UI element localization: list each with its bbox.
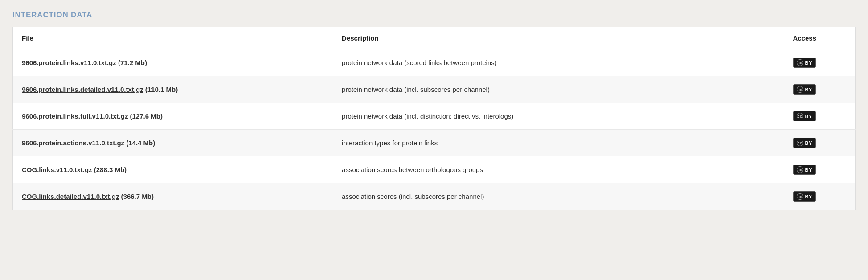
file-cell: 9606.protein.links.v11.0.txt.gz (71.2 Mb…	[13, 49, 333, 76]
cc-by-text: BY	[805, 140, 812, 146]
file-cell: COG.links.v11.0.txt.gz (288.3 Mb)	[13, 156, 333, 183]
table-header-row: File Description Access	[13, 27, 856, 49]
file-download-link[interactable]: 9606.protein.links.v11.0.txt.gz	[22, 59, 116, 66]
access-cell: ccBY	[784, 183, 856, 210]
table-row: COG.links.v11.0.txt.gz (288.3 Mb)associa…	[13, 156, 856, 183]
file-cell: 9606.protein.links.full.v11.0.txt.gz (12…	[13, 103, 333, 130]
cc-license-badge[interactable]: ccBY	[793, 58, 816, 68]
cc-icon: cc	[797, 166, 803, 173]
cc-license-badge[interactable]: ccBY	[793, 138, 816, 148]
column-header-description: Description	[333, 27, 784, 49]
description-cell: interaction types for protein links	[333, 130, 784, 156]
cc-by-text: BY	[805, 194, 812, 199]
cc-license-badge[interactable]: ccBY	[793, 111, 816, 121]
cc-by-text: BY	[805, 87, 812, 92]
section-container: INTERACTION DATA File Description Access…	[12, 11, 856, 210]
file-size: (288.3 Mb)	[92, 166, 127, 173]
cc-icon: cc	[797, 140, 803, 146]
cc-by-text: BY	[805, 167, 812, 173]
file-download-link[interactable]: 9606.protein.actions.v11.0.txt.gz	[22, 139, 124, 147]
cc-by-text: BY	[805, 60, 812, 66]
cc-by-text: BY	[805, 114, 812, 119]
description-cell: protein network data (scored links betwe…	[333, 49, 784, 76]
table-row: 9606.protein.actions.v11.0.txt.gz (14.4 …	[13, 130, 856, 156]
file-size: (110.1 Mb)	[143, 86, 178, 93]
access-cell: ccBY	[784, 76, 856, 103]
table-row: COG.links.detailed.v11.0.txt.gz (366.7 M…	[13, 183, 856, 210]
file-cell: 9606.protein.actions.v11.0.txt.gz (14.4 …	[13, 130, 333, 156]
file-size: (71.2 Mb)	[116, 59, 147, 66]
cc-license-badge[interactable]: ccBY	[793, 165, 816, 175]
file-size: (14.4 Mb)	[124, 139, 155, 147]
file-cell: 9606.protein.links.detailed.v11.0.txt.gz…	[13, 76, 333, 103]
section-title: INTERACTION DATA	[12, 11, 856, 20]
cc-license-badge[interactable]: ccBY	[793, 84, 816, 95]
description-cell: association scores between orthologous g…	[333, 156, 784, 183]
description-cell: protein network data (incl. subscores pe…	[333, 76, 784, 103]
cc-icon: cc	[797, 59, 803, 66]
interaction-data-table: File Description Access 9606.protein.lin…	[12, 27, 856, 210]
column-header-access: Access	[784, 27, 856, 49]
cc-icon: cc	[797, 86, 803, 93]
cc-icon: cc	[797, 193, 803, 200]
file-size: (127.6 Mb)	[128, 112, 163, 120]
access-cell: ccBY	[784, 49, 856, 76]
file-download-link[interactable]: 9606.protein.links.detailed.v11.0.txt.gz	[22, 86, 143, 93]
cc-license-badge[interactable]: ccBY	[793, 191, 816, 202]
table-row: 9606.protein.links.full.v11.0.txt.gz (12…	[13, 103, 856, 130]
table-row: 9606.protein.links.detailed.v11.0.txt.gz…	[13, 76, 856, 103]
access-cell: ccBY	[784, 156, 856, 183]
file-download-link[interactable]: 9606.protein.links.full.v11.0.txt.gz	[22, 112, 128, 120]
cc-icon: cc	[797, 113, 803, 119]
description-cell: protein network data (incl. distinction:…	[333, 103, 784, 130]
file-size: (366.7 Mb)	[119, 193, 154, 200]
file-cell: COG.links.detailed.v11.0.txt.gz (366.7 M…	[13, 183, 333, 210]
file-download-link[interactable]: COG.links.v11.0.txt.gz	[22, 166, 92, 173]
description-cell: association scores (incl. subscores per …	[333, 183, 784, 210]
column-header-file: File	[13, 27, 333, 49]
access-cell: ccBY	[784, 130, 856, 156]
table-row: 9606.protein.links.v11.0.txt.gz (71.2 Mb…	[13, 49, 856, 76]
access-cell: ccBY	[784, 103, 856, 130]
file-download-link[interactable]: COG.links.detailed.v11.0.txt.gz	[22, 193, 119, 200]
